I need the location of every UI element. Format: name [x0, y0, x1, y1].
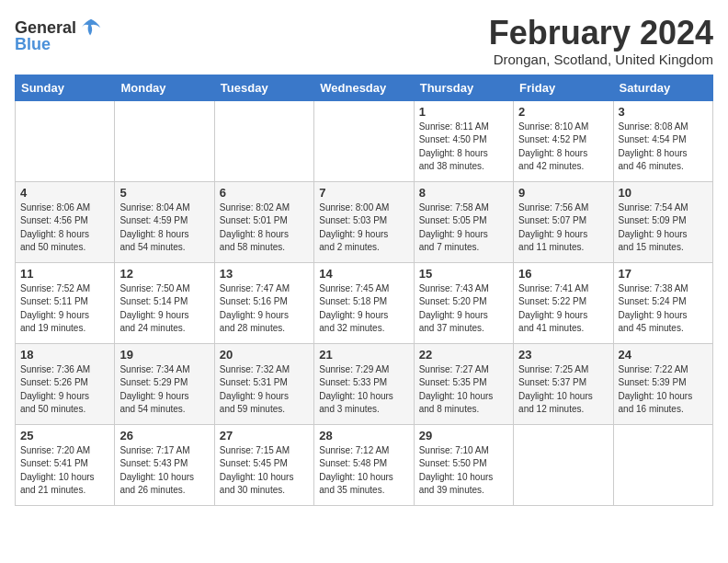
day-number: 25 — [20, 429, 109, 442]
weekday-header-wednesday: Wednesday — [314, 75, 414, 100]
day-info: Sunrise: 8:08 AM Sunset: 4:54 PM Dayligh… — [619, 121, 708, 174]
weekday-header-saturday: Saturday — [613, 75, 712, 100]
calendar-cell — [115, 100, 214, 181]
day-info: Sunrise: 7:47 AM Sunset: 5:16 PM Dayligh… — [220, 282, 309, 336]
day-info: Sunrise: 7:41 AM Sunset: 5:22 PM Dayligh… — [518, 282, 608, 336]
calendar-week-row: 4Sunrise: 8:06 AM Sunset: 4:56 PM Daylig… — [16, 181, 713, 262]
day-number: 11 — [20, 267, 109, 281]
day-info: Sunrise: 7:54 AM Sunset: 5:09 PM Dayligh… — [619, 201, 708, 255]
day-number: 6 — [220, 186, 309, 200]
calendar-cell: 4Sunrise: 8:06 AM Sunset: 4:56 PM Daylig… — [16, 181, 115, 262]
calendar-cell — [16, 100, 115, 181]
calendar-cell: 2Sunrise: 8:10 AM Sunset: 4:52 PM Daylig… — [514, 100, 613, 181]
day-number: 15 — [419, 267, 508, 281]
day-info: Sunrise: 7:43 AM Sunset: 5:20 PM Dayligh… — [419, 282, 508, 336]
day-number: 4 — [20, 186, 109, 200]
day-number: 13 — [220, 267, 309, 281]
calendar-cell — [314, 100, 414, 181]
calendar-table: SundayMondayTuesdayWednesdayThursdayFrid… — [15, 75, 713, 506]
calendar-cell: 26Sunrise: 7:17 AM Sunset: 5:43 PM Dayli… — [115, 424, 214, 505]
logo: General Blue — [15, 15, 104, 54]
calendar-cell: 10Sunrise: 7:54 AM Sunset: 5:09 PM Dayli… — [613, 181, 712, 262]
day-number: 24 — [619, 348, 708, 362]
day-number: 9 — [518, 186, 608, 200]
day-info: Sunrise: 7:22 AM Sunset: 5:39 PM Dayligh… — [619, 363, 708, 417]
day-info: Sunrise: 7:58 AM Sunset: 5:05 PM Dayligh… — [419, 201, 508, 255]
day-number: 14 — [319, 267, 408, 281]
day-number: 5 — [119, 186, 209, 200]
calendar-cell — [613, 424, 712, 505]
day-info: Sunrise: 7:38 AM Sunset: 5:24 PM Dayligh… — [619, 282, 708, 336]
calendar-cell: 27Sunrise: 7:15 AM Sunset: 5:45 PM Dayli… — [214, 424, 313, 505]
calendar-cell: 3Sunrise: 8:08 AM Sunset: 4:54 PM Daylig… — [613, 100, 712, 181]
day-info: Sunrise: 7:29 AM Sunset: 5:33 PM Dayligh… — [319, 363, 408, 417]
day-info: Sunrise: 8:10 AM Sunset: 4:52 PM Dayligh… — [518, 121, 608, 174]
calendar-cell: 24Sunrise: 7:22 AM Sunset: 5:39 PM Dayli… — [613, 343, 712, 424]
day-info: Sunrise: 8:11 AM Sunset: 4:50 PM Dayligh… — [419, 121, 508, 174]
calendar-cell: 12Sunrise: 7:50 AM Sunset: 5:14 PM Dayli… — [115, 262, 214, 343]
title-area: February 2024 Drongan, Scotland, United … — [489, 15, 713, 67]
day-info: Sunrise: 7:45 AM Sunset: 5:18 PM Dayligh… — [319, 282, 408, 336]
weekday-header-friday: Friday — [514, 75, 613, 100]
day-info: Sunrise: 7:12 AM Sunset: 5:48 PM Dayligh… — [319, 444, 408, 498]
calendar-cell: 13Sunrise: 7:47 AM Sunset: 5:16 PM Dayli… — [214, 262, 313, 343]
calendar-cell: 23Sunrise: 7:25 AM Sunset: 5:37 PM Dayli… — [514, 343, 613, 424]
day-info: Sunrise: 7:32 AM Sunset: 5:31 PM Dayligh… — [220, 363, 309, 417]
day-number: 2 — [518, 105, 608, 119]
day-number: 21 — [319, 348, 408, 362]
calendar-cell: 5Sunrise: 8:04 AM Sunset: 4:59 PM Daylig… — [115, 181, 214, 262]
calendar-week-row: 1Sunrise: 8:11 AM Sunset: 4:50 PM Daylig… — [16, 100, 713, 181]
day-number: 12 — [119, 267, 209, 281]
weekday-header-sunday: Sunday — [16, 75, 115, 100]
day-info: Sunrise: 7:25 AM Sunset: 5:37 PM Dayligh… — [518, 363, 608, 417]
location-title: Drongan, Scotland, United Kingdom — [489, 52, 713, 67]
calendar-cell: 9Sunrise: 7:56 AM Sunset: 5:07 PM Daylig… — [514, 181, 613, 262]
weekday-header-monday: Monday — [115, 75, 214, 100]
month-title: February 2024 — [489, 15, 713, 52]
day-number: 1 — [419, 105, 508, 119]
calendar-cell: 14Sunrise: 7:45 AM Sunset: 5:18 PM Dayli… — [314, 262, 414, 343]
day-number: 17 — [619, 267, 708, 281]
calendar-cell — [514, 424, 613, 505]
calendar-cell — [214, 100, 313, 181]
calendar-cell: 1Sunrise: 8:11 AM Sunset: 4:50 PM Daylig… — [414, 100, 513, 181]
calendar-week-row: 25Sunrise: 7:20 AM Sunset: 5:41 PM Dayli… — [16, 424, 713, 505]
calendar-cell: 21Sunrise: 7:29 AM Sunset: 5:33 PM Dayli… — [314, 343, 414, 424]
calendar-header-row: SundayMondayTuesdayWednesdayThursdayFrid… — [16, 75, 713, 100]
day-number: 16 — [518, 267, 608, 281]
day-info: Sunrise: 7:15 AM Sunset: 5:45 PM Dayligh… — [220, 444, 309, 498]
day-info: Sunrise: 8:04 AM Sunset: 4:59 PM Dayligh… — [119, 201, 209, 255]
calendar-cell: 11Sunrise: 7:52 AM Sunset: 5:11 PM Dayli… — [16, 262, 115, 343]
logo-text-blue: Blue — [15, 35, 51, 54]
day-number: 18 — [20, 348, 109, 362]
calendar-cell: 16Sunrise: 7:41 AM Sunset: 5:22 PM Dayli… — [514, 262, 613, 343]
day-info: Sunrise: 8:02 AM Sunset: 5:01 PM Dayligh… — [220, 201, 309, 255]
day-number: 19 — [119, 348, 209, 362]
day-number: 8 — [419, 186, 508, 200]
day-number: 23 — [518, 348, 608, 362]
calendar-cell: 18Sunrise: 7:36 AM Sunset: 5:26 PM Dayli… — [16, 343, 115, 424]
day-info: Sunrise: 7:52 AM Sunset: 5:11 PM Dayligh… — [20, 282, 109, 336]
day-number: 26 — [119, 429, 209, 442]
day-number: 10 — [619, 186, 708, 200]
calendar-cell: 29Sunrise: 7:10 AM Sunset: 5:50 PM Dayli… — [414, 424, 513, 505]
calendar-cell: 17Sunrise: 7:38 AM Sunset: 5:24 PM Dayli… — [613, 262, 712, 343]
day-info: Sunrise: 8:00 AM Sunset: 5:03 PM Dayligh… — [319, 201, 408, 255]
calendar-cell: 15Sunrise: 7:43 AM Sunset: 5:20 PM Dayli… — [414, 262, 513, 343]
page-header: General Blue February 2024 Drongan, Scot… — [15, 15, 713, 67]
day-number: 27 — [220, 429, 309, 442]
day-info: Sunrise: 7:56 AM Sunset: 5:07 PM Dayligh… — [518, 201, 608, 255]
day-info: Sunrise: 7:17 AM Sunset: 5:43 PM Dayligh… — [119, 444, 209, 498]
day-info: Sunrise: 8:06 AM Sunset: 4:56 PM Dayligh… — [20, 201, 109, 255]
calendar-cell: 19Sunrise: 7:34 AM Sunset: 5:29 PM Dayli… — [115, 343, 214, 424]
calendar-week-row: 18Sunrise: 7:36 AM Sunset: 5:26 PM Dayli… — [16, 343, 713, 424]
weekday-header-tuesday: Tuesday — [214, 75, 313, 100]
logo-bird-icon — [78, 15, 104, 40]
calendar-cell: 28Sunrise: 7:12 AM Sunset: 5:48 PM Dayli… — [314, 424, 414, 505]
calendar-cell: 22Sunrise: 7:27 AM Sunset: 5:35 PM Dayli… — [414, 343, 513, 424]
day-number: 20 — [220, 348, 309, 362]
day-info: Sunrise: 7:27 AM Sunset: 5:35 PM Dayligh… — [419, 363, 508, 417]
calendar-cell: 8Sunrise: 7:58 AM Sunset: 5:05 PM Daylig… — [414, 181, 513, 262]
day-number: 3 — [619, 105, 708, 119]
day-info: Sunrise: 7:20 AM Sunset: 5:41 PM Dayligh… — [20, 444, 109, 498]
